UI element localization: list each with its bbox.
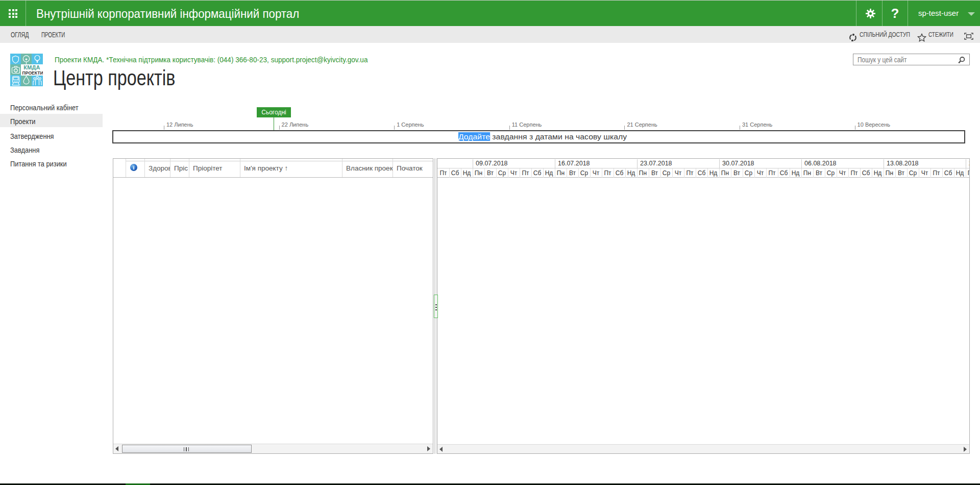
svg-text:i: i [133,165,135,171]
